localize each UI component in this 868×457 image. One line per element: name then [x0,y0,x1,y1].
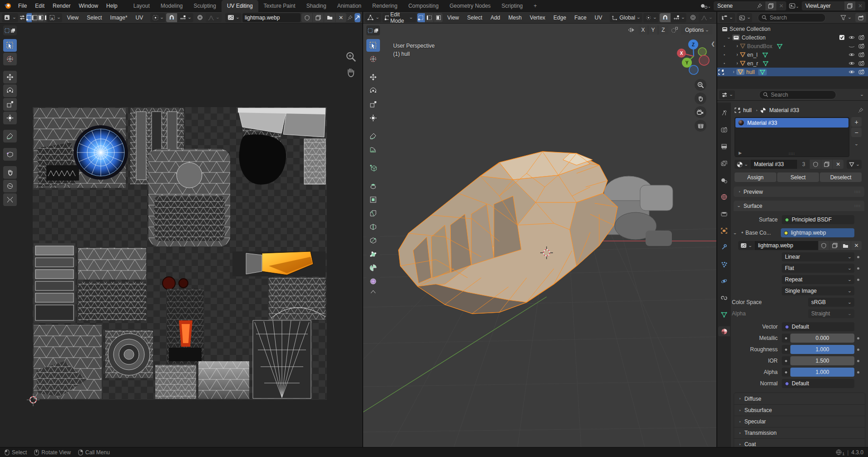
tab-particles[interactable] [718,259,730,269]
vp-tool-edge-slide[interactable] [366,289,380,295]
mode-dropdown[interactable]: Edit Mode⌄ [382,13,416,22]
vp-tool-annotate[interactable] [366,130,380,143]
tab-scene[interactable] [718,175,730,185]
outliner-search-input[interactable]: Search [758,13,826,22]
tab-geometry-nodes[interactable]: Geometry Nodes [444,0,496,12]
alpha-socket[interactable] [782,368,790,377]
uv-menu-image[interactable]: Image* [107,12,131,23]
select-mode-vertex-button[interactable] [417,13,426,22]
transform-orientation-dropdown[interactable]: Global⌄ [610,13,642,22]
mirror-y-button[interactable]: Y [648,25,658,34]
uv-tool-rip-region[interactable] [3,148,17,161]
uv-select-face-button[interactable] [38,13,44,22]
new-viewlayer-icon[interactable] [844,1,855,10]
vp-tool-smooth[interactable] [366,275,380,288]
vp-menu-vertex[interactable]: Vertex [526,12,549,23]
viewport-zoom-button[interactable] [695,79,706,91]
outliner-filter-dropdown[interactable]: ⌄ [838,13,853,22]
vp-tool-extrude[interactable] [366,180,380,192]
slot-list-resize-grip[interactable]: ∷∷ [789,152,795,156]
uv-image-open-folder-icon[interactable] [324,13,335,22]
viewlayer-datablock-icon[interactable]: ⌄ [789,3,799,9]
new-scene-icon[interactable] [765,1,776,10]
normal-field[interactable]: Default [782,379,854,388]
uv-tool-cursor[interactable] [3,53,17,65]
vp-tool-cursor[interactable] [366,53,380,65]
uv-menu-select[interactable]: Select [83,12,105,23]
breadcrumb-material[interactable]: Material #33 [769,107,799,113]
outliner-display-mode-dropdown[interactable]: ⌄ [737,13,753,22]
pivot-point-dropdown[interactable]: ⌄ [643,13,659,22]
uv-proportional-edit-toggle[interactable] [194,13,205,22]
diffuse-panel[interactable]: ⌄Diffuse [734,393,865,404]
uv-select-edge-button[interactable] [32,13,38,22]
specular-panel[interactable]: ⌄Specular [734,416,865,427]
vp-tool-transform[interactable] [366,112,380,124]
vp-menu-view[interactable]: View [444,12,463,23]
tab-view-layer[interactable] [718,158,730,168]
uv-pan-gizmo[interactable] [345,66,357,78]
sidebar-collapse-arrow[interactable]: ❮ [711,41,715,47]
image-fake-user-button[interactable] [819,241,829,250]
image-open-button[interactable] [840,241,851,250]
metallic-socket[interactable] [782,334,790,343]
viewport-ortho-toggle-button[interactable] [695,120,706,132]
material-name-field[interactable]: Material #33 [750,160,798,169]
viewport-editor-type-dropdown[interactable]: ⌄ [365,13,381,22]
source-dropdown[interactable]: Single Image⌄ [782,286,854,295]
menu-render[interactable]: Render [49,0,74,12]
collection-render-icon[interactable] [858,35,864,40]
transmission-panel[interactable]: ⌄Transmission [734,427,865,438]
tab-animation[interactable]: Animation [332,0,367,12]
viewport-canvas[interactable] [363,24,717,447]
material-slot-specials-button[interactable]: ⌄ [851,140,862,148]
scene-datablock-icon[interactable]: ⌄ [701,3,711,9]
boundbox-hide-icon[interactable] [848,44,855,49]
delete-scene-icon[interactable]: ✕ [776,1,786,10]
uv-pin-icon[interactable] [347,13,353,22]
menu-edit[interactable]: Edit [31,0,49,12]
tab-material[interactable] [718,326,730,336]
vp-menu-mesh[interactable]: Mesh [505,12,525,23]
uv-tool-scale[interactable] [3,98,17,111]
viewport-camera-button[interactable] [695,106,706,118]
viewlayer-selector[interactable]: ViewLayer ✕ [802,1,865,10]
pin-icon[interactable] [754,1,765,10]
en-r-render-icon[interactable] [858,61,864,66]
tab-render[interactable] [718,125,730,135]
tab-compositing[interactable]: Compositing [403,0,444,12]
boundbox-render-icon[interactable] [858,44,864,49]
vp-tool-loop-cut[interactable] [366,221,380,233]
mirror-x-button[interactable]: X [638,25,648,34]
menu-window[interactable]: Window [74,0,102,12]
projection-dropdown[interactable]: Flat⌄ [782,264,854,273]
tab-constraints[interactable] [718,293,730,303]
properties-options-chevron[interactable]: ⌄ [860,93,864,97]
vp-tool-bevel[interactable] [366,207,380,220]
uv-falloff-dropdown[interactable]: ⌄ [206,13,222,22]
coat-panel[interactable]: ⌄Coat [734,438,865,447]
en-r-hide-icon[interactable] [848,61,855,66]
tab-tool[interactable] [718,108,730,118]
uv-editor-type-dropdown[interactable]: ⌄ [2,13,18,22]
uv-image-copies-icon[interactable] [313,13,324,22]
hull-render-icon[interactable] [858,69,864,74]
uv-tool-annotate[interactable] [3,130,17,143]
tab-sculpting[interactable]: Sculpting [188,0,222,12]
uv-image-fake-user-icon[interactable] [301,13,312,22]
uv-tool-pinch[interactable] [3,193,17,206]
collection-checkbox[interactable] [839,34,845,40]
vp-tool-poly-build[interactable] [366,248,380,260]
menu-help[interactable]: Help [102,0,122,12]
vp-tool-inset[interactable] [366,193,380,206]
surface-shader-field[interactable]: Principled BSDF [782,215,854,224]
uv-tool-header[interactable] [3,25,17,35]
breadcrumb-object[interactable]: hull [743,107,752,113]
tab-collection[interactable] [718,209,730,219]
en-l-render-icon[interactable] [858,52,864,57]
uv-gizmos-toggle[interactable] [355,13,360,22]
material-fake-user-button[interactable] [810,160,821,169]
outliner-row-scene-collection[interactable]: Scene Collection [717,25,868,33]
roughness-slider[interactable]: 1.000 [790,345,854,354]
uv-sync-select-toggle[interactable] [19,13,25,22]
